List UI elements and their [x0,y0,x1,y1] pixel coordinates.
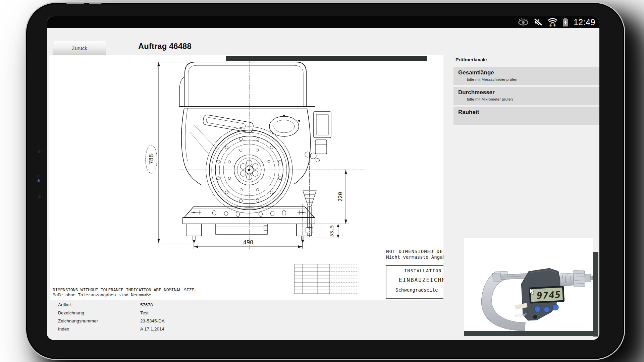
app-content: Zurück Auftrag 46488 [47,28,599,340]
volume-button[interactable] [89,1,102,4]
battery-charging-icon [562,18,568,27]
notification-led [38,179,40,182]
mute-icon [534,18,543,26]
not-dimensioned-en: NOT DIMENSIONED DET [386,249,443,254]
title-block-schwungradseite: Schwungradseite [395,287,438,293]
info-value: 57678 [140,302,153,307]
front-camera [38,150,41,153]
table-row: Index A 17.1.2014 [58,325,165,333]
proximity-sensor [38,195,41,198]
panel-item-gesamtlaenge[interactable]: Gesamtlänge bitte mit Messschieber prüfe… [453,67,599,85]
status-bar: 12:49 [47,16,599,28]
driveshaft [303,153,316,238]
dim-53-5-label: 53.5 [329,225,334,237]
light-sensor [37,175,40,177]
power-button[interactable] [66,1,85,4]
parts-list-grid [294,264,358,294]
panel-item-durchmesser[interactable]: Durchmesser bitte mit Mikrometer prüfen [453,87,599,105]
screen: 12:49 Zurück Auftrag 46488 [47,16,599,340]
technical-drawing-viewer[interactable]: 788 490 220 53.5 NOT DIMENSIONED DET Nic… [49,55,443,300]
info-value: 23-5345-DA [140,318,165,323]
item-subtitle: bitte mit Messschieber prüfen [467,77,595,81]
panel-title: Prüfmerkmale [455,57,599,62]
info-value: Test [140,310,149,315]
micrometer-button [552,304,559,310]
panel-item-rauheit[interactable]: Rauheit [453,107,599,125]
dim-788-label: 788 [148,154,155,165]
table-row: Bezeichnung Test [58,309,165,317]
card-shadow-bottom [464,331,598,336]
table-row: Artikel 57678 [58,301,165,309]
item-title: Rauheit [458,109,595,116]
scan-strip [226,56,427,61]
back-button-label: Zurück [72,45,87,51]
item-title: Gesamtlänge [458,69,595,76]
table-row: Zeichnungsnummer 23-5345-DA [58,317,165,325]
wifi-icon [547,18,558,27]
engine-drawing: 788 490 220 53.5 NOT DIMENSIONED DET Nic… [49,55,443,300]
tolerance-note-en: DIMENSIONS WITHOUT TOLERANCE INDICATION … [53,287,197,292]
info-label: Artikel [58,302,140,307]
info-label: Index [58,326,140,331]
info-value: A 17.1.2014 [140,326,164,331]
dim-220-label: 220 [337,192,343,202]
lcd-reading: 9745 [536,289,561,301]
title-block-einbauzeichnung: EINBAUZEICHNU [399,277,443,283]
back-button[interactable]: Zurück [53,41,106,55]
status-time: 12:49 [574,17,595,27]
drawing-info-table: Artikel 57678 Bezeichnung Test Zeichnung… [58,301,165,333]
dim-490-label: 490 [243,239,254,246]
inspection-panel: Prüfmerkmale Gesamtlänge bitte mit Messs… [453,57,599,126]
smart-stay-eye-icon [518,18,529,26]
info-label: Bezeichnung [58,310,140,315]
card-shadow-right [593,252,598,337]
micrometer-thimble [573,270,585,287]
item-subtitle: bitte mit Mikrometer prüfen [467,97,595,101]
micrometer-image-card: 9745 Mitutoyo [464,238,593,331]
micrometer-button [544,306,550,313]
item-title: Durchmesser [458,89,595,96]
page-title: Auftrag 46488 [138,42,192,51]
info-label: Zeichnungsnummer [58,318,140,323]
micrometer-button [534,306,541,312]
micrometer-illustration: 9745 Mitutoyo [464,238,593,331]
title-block-installation: INSTALLATION [404,268,442,273]
not-dimensioned-de: Nicht vermasste Angab [386,254,443,260]
tolerance-note-de: Maße ohne Toleranzangaben sind Nennmaße [53,292,151,297]
tablet-frame: 12:49 Zurück Auftrag 46488 [25,2,625,360]
